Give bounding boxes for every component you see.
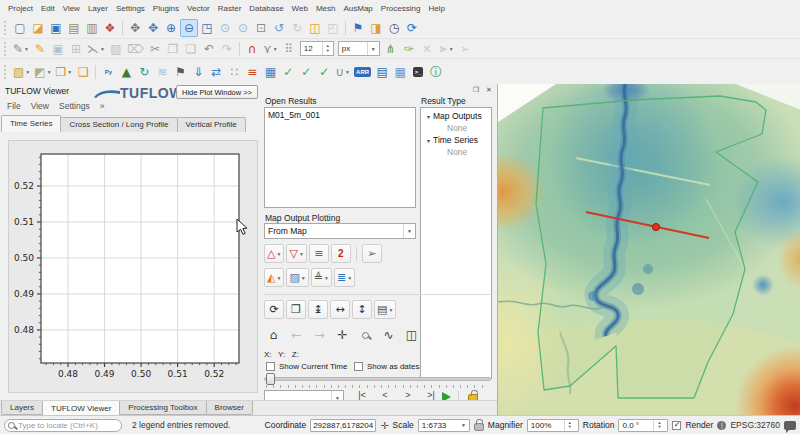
dropdown-arrow-icon[interactable]: ▼ xyxy=(345,69,350,75)
locate-search-input[interactable]: Type to locate (Ctrl+K) xyxy=(4,419,122,432)
modify-attributes[interactable]: ▨ xyxy=(107,40,125,58)
plot-flood-image[interactable]: ▨▼ xyxy=(286,268,308,287)
zoom-out[interactable]: ⊖ xyxy=(180,19,198,37)
coordinate-input[interactable]: 292887,6178204 xyxy=(310,419,376,432)
epsg-code[interactable]: EPSG:32760 xyxy=(730,420,780,430)
plot-pan[interactable]: ✛ xyxy=(333,326,352,344)
new-project[interactable]: ▢ xyxy=(11,19,29,37)
x-axis-limits[interactable]: ↔ xyxy=(330,300,350,319)
rotation-input[interactable]: 0.0 ° ▲▼ xyxy=(618,419,668,432)
map-plotting-source-combo[interactable]: From Map ▼ xyxy=(264,223,416,239)
tab-vertical-profile[interactable]: Vertical Profile xyxy=(177,117,246,132)
enable-snapping[interactable]: ∩ xyxy=(243,40,261,58)
grid-chart-tool[interactable]: ▦ xyxy=(391,63,409,81)
legend-classes[interactable]: ≡ xyxy=(243,63,261,81)
deselect-all[interactable]: ❒▼ xyxy=(54,63,75,81)
arr-tool[interactable]: ARR xyxy=(352,63,373,81)
clear-plot[interactable]: ❒ xyxy=(286,300,306,319)
show-as-dates-checkbox[interactable] xyxy=(354,362,363,371)
tab-time-series[interactable]: Time Series xyxy=(1,115,61,132)
panel-tab-processing-toolbox[interactable]: Processing Toolbox xyxy=(119,401,206,415)
check-tool-3[interactable]: ✓ xyxy=(315,63,333,81)
offset-digitizing[interactable]: ✑ xyxy=(400,40,418,58)
plot-menu-item[interactable]: » xyxy=(95,101,110,111)
new-print-layout[interactable]: ▤ xyxy=(65,19,83,37)
select-by-area[interactable]: ▧▼ xyxy=(11,63,32,81)
crs-globe-icon[interactable] xyxy=(717,421,726,430)
plot-curve[interactable]: ∿ xyxy=(379,326,398,344)
plot-back[interactable]: ← xyxy=(287,326,306,344)
add-record[interactable]: ⊞ xyxy=(67,40,85,58)
redo[interactable]: ↷ xyxy=(218,40,236,58)
menu-view[interactable]: View xyxy=(59,1,84,16)
tree-item-time-series[interactable]: ▾Time Series xyxy=(421,134,491,146)
temporal-controller[interactable]: ◷ xyxy=(385,19,403,37)
toggle-editing[interactable]: ✎ xyxy=(31,40,49,58)
select-all[interactable]: ❑ xyxy=(74,63,92,81)
plot-culvert[interactable]: ≜▼ xyxy=(311,268,332,287)
raster-terrain[interactable]: ▲ xyxy=(117,63,135,81)
plot-menu-settings[interactable]: Settings xyxy=(54,101,95,111)
chart-figure[interactable]: 0.480.490.500.510.520.480.490.500.510.52 xyxy=(8,140,258,393)
dropdown-arrow-icon[interactable]: ▼ xyxy=(24,46,29,52)
menu-settings[interactable]: Settings xyxy=(112,1,149,16)
menu-database[interactable]: Database xyxy=(245,1,287,16)
spinner-arrows-icon[interactable]: ▲▼ xyxy=(653,420,664,431)
dropdown-arrow-icon[interactable]: ▼ xyxy=(347,275,352,281)
flow-trace[interactable]: ≡ xyxy=(309,244,329,263)
new-spatial-bookmark[interactable]: ⚑ xyxy=(349,19,367,37)
refresh-plot[interactable]: ⟳ xyxy=(264,300,284,319)
undo[interactable]: ↶ xyxy=(200,40,218,58)
show-layout-manager[interactable]: ▥ xyxy=(83,19,101,37)
reshape-features[interactable]: ➢ xyxy=(456,40,474,58)
axis-limits-xy[interactable]: ↨ xyxy=(308,300,328,319)
dropdown-arrow-icon[interactable]: ▼ xyxy=(67,69,72,75)
digitize-grid[interactable]: ⠿ xyxy=(280,40,298,58)
time-step-item[interactable]: < xyxy=(375,390,395,400)
save-project[interactable]: ▣ xyxy=(47,19,65,37)
time-step-item[interactable]: >| xyxy=(421,390,441,400)
plot-max[interactable]: ◭▼ xyxy=(264,268,284,287)
menu-project[interactable]: Project xyxy=(4,1,37,16)
info-tool[interactable]: ⓘ xyxy=(427,63,445,81)
enable-tracing[interactable]: ⋔ xyxy=(382,40,400,58)
dropdown-arrow-icon[interactable]: ▼ xyxy=(273,46,278,52)
tree-item-map-outputs[interactable]: ▾Map Outputs xyxy=(421,110,491,122)
extents-icon[interactable]: ✛ xyxy=(380,420,388,431)
dock-float-button[interactable]: ❐ xyxy=(471,85,481,95)
snap-tolerance-spin[interactable]: 12▲▼ xyxy=(300,41,334,56)
time-slider-handle[interactable] xyxy=(266,373,275,385)
zoom-last[interactable]: ↺ xyxy=(270,19,288,37)
dropdown-arrow-icon[interactable]: ▼ xyxy=(449,46,454,52)
spinner-arrows-icon[interactable]: ▲▼ xyxy=(322,42,333,55)
map-tips[interactable]: ≋ xyxy=(153,63,171,81)
plot-table[interactable]: ▤▼ xyxy=(374,300,396,319)
check-tool-1[interactable]: ✓ xyxy=(279,63,297,81)
vertex-tool[interactable]: ⋋▼ xyxy=(85,40,107,58)
zoom-native[interactable]: ⊡ xyxy=(252,19,270,37)
style-manager[interactable]: ❖ xyxy=(101,19,119,37)
menu-mesh[interactable]: Mesh xyxy=(312,1,340,16)
secondary-axis[interactable]: 2 xyxy=(331,244,351,263)
plot-legend-options[interactable]: ≣▼ xyxy=(334,268,355,287)
new-map-view[interactable]: ◫ xyxy=(306,19,324,37)
snap-unit-combo[interactable]: px▼ xyxy=(338,41,380,56)
plot-forward[interactable]: → xyxy=(310,326,329,344)
zoom-in[interactable]: ⊕ xyxy=(162,19,180,37)
menu-raster[interactable]: Raster xyxy=(214,1,246,16)
open-results-list[interactable]: M01_5m_001 xyxy=(264,107,416,208)
raster-styling[interactable]: ▦ xyxy=(261,63,279,81)
import-layer[interactable]: ⇓ xyxy=(189,63,207,81)
toolbar-grip[interactable] xyxy=(4,65,8,79)
zoom-full[interactable]: ◳ xyxy=(198,19,216,37)
chevron-down-icon[interactable]: ▼ xyxy=(367,42,379,55)
avoid-intersections[interactable]: ➤▼ xyxy=(436,40,456,58)
panel-tab-browser[interactable]: Browser xyxy=(206,401,253,415)
show-current-time-checkbox[interactable] xyxy=(266,362,275,371)
refresh-map[interactable]: ⟳ xyxy=(403,19,421,37)
menu-edit[interactable]: Edit xyxy=(37,1,59,16)
menu-vector[interactable]: Vector xyxy=(183,1,214,16)
time-step-item[interactable]: > xyxy=(398,390,418,400)
spinner-arrows-icon[interactable]: ▲▼ xyxy=(564,420,575,431)
panel-tab-layers[interactable]: Layers xyxy=(1,401,43,415)
